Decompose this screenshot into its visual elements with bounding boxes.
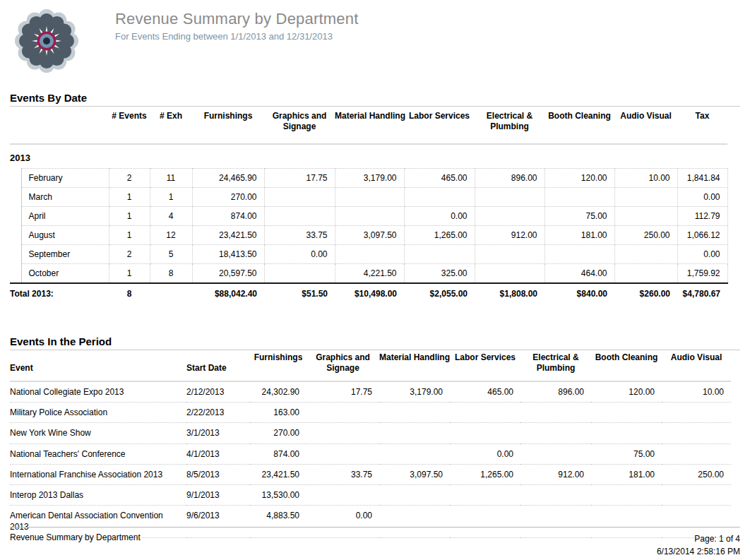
table-cell: 75.00: [544, 207, 614, 226]
column-header: Furnishings: [250, 351, 306, 381]
table-cell: 3,097.50: [379, 464, 450, 484]
table-row: October1820,597.504,221.50325.00464.001,…: [10, 264, 727, 284]
table-cell: 181.00: [591, 464, 662, 484]
table-cell: March: [21, 188, 109, 207]
table-cell: [379, 443, 450, 464]
report-subtitle: For Events Ending between 1/1/2013 and 1…: [115, 31, 359, 42]
table-cell: 250.00: [662, 464, 731, 484]
total-cell: $260.00: [614, 283, 677, 303]
table-cell: [404, 245, 475, 264]
table-cell: 163.00: [250, 403, 306, 423]
table-cell: 10.00: [614, 169, 677, 188]
table-row: March11270.000.00: [10, 188, 727, 207]
table-cell: [614, 207, 677, 226]
column-header: Electrical & Plumbing: [475, 107, 544, 144]
table-cell: 18,413.50: [192, 245, 264, 264]
table-cell: [450, 484, 520, 505]
table-cell: [450, 403, 520, 423]
table-cell: [10, 226, 21, 245]
table-cell: April: [21, 207, 109, 226]
table-cell: 13,530.00: [250, 484, 306, 505]
column-header: Labor Services: [450, 351, 520, 381]
table-cell: 20,597.50: [192, 264, 264, 284]
table-cell: [306, 443, 379, 464]
table-cell: [306, 403, 379, 423]
section-heading-events-by-date: Events By Date: [10, 92, 740, 107]
column-header: Event: [10, 351, 186, 381]
table-cell: [335, 245, 404, 264]
column-header: Booth Cleaning: [591, 351, 662, 381]
table-cell: [404, 188, 475, 207]
table-cell: [10, 245, 21, 264]
table-cell: 2/12/2013: [186, 381, 250, 403]
table-cell: 0.00: [264, 245, 335, 264]
table-cell: 3,179.00: [379, 381, 450, 403]
table-cell: 874.00: [192, 207, 264, 226]
events-in-period-table: Event Start Date Furnishings Graphics an…: [10, 351, 731, 538]
title-block: Revenue Summary by Department For Events…: [115, 8, 359, 42]
table-cell: 24,465.90: [192, 169, 264, 188]
table-cell: [379, 423, 450, 443]
table-row: September2518,413.500.000.00: [10, 245, 727, 264]
total-cell: $88,042.40: [192, 283, 264, 303]
table-cell: 3,179.00: [335, 169, 404, 188]
header-row: Event Start Date Furnishings Graphics an…: [10, 351, 731, 381]
table-cell: 120.00: [591, 381, 662, 403]
table-cell: [614, 245, 677, 264]
table-cell: 270.00: [250, 423, 306, 443]
column-header: Material Handling: [379, 351, 450, 381]
table-cell: 23,421.50: [250, 464, 306, 484]
column-header: Booth Cleaning: [544, 107, 614, 144]
table-cell: September: [21, 245, 109, 264]
column-header: Tax: [677, 107, 727, 144]
report-title: Revenue Summary by Department: [115, 10, 359, 28]
header-row: # Events # Exh Furnishings Graphics and …: [10, 107, 727, 144]
table-cell: 1,759.92: [677, 264, 727, 284]
table-cell: [306, 423, 379, 443]
table-cell: [475, 264, 544, 284]
report-page: Revenue Summary by Department For Events…: [0, 0, 750, 547]
events-in-period-header: Event Start Date Furnishings Graphics an…: [10, 351, 731, 381]
table-cell: 1,265.00: [404, 226, 475, 245]
table-cell: International Franchise Association 2013: [10, 464, 186, 484]
table-cell: [544, 188, 614, 207]
table-cell: 4,221.50: [335, 264, 404, 284]
total-cell: [150, 283, 192, 303]
table-cell: [614, 264, 677, 284]
table-row: National Teachers' Conference4/1/2013874…: [10, 443, 731, 464]
column-header: [10, 107, 21, 144]
table-cell: [475, 207, 544, 226]
table-cell: [520, 443, 591, 464]
table-cell: 4/1/2013: [186, 443, 250, 464]
table-cell: 181.00: [544, 226, 614, 245]
table-cell: 1: [109, 226, 150, 245]
events-by-date-total: Total 2013: 8 $88,042.40 $51.50 $10,498.…: [10, 283, 727, 303]
table-cell: 112.79: [677, 207, 727, 226]
column-header: # Events: [109, 107, 150, 144]
total-cell: $840.00: [544, 283, 614, 303]
events-by-date-table: # Events # Exh Furnishings Graphics and …: [10, 107, 728, 303]
table-cell: National Teachers' Conference: [10, 443, 186, 464]
table-cell: [662, 403, 731, 423]
table-cell: 1: [109, 264, 150, 284]
table-cell: 3,097.50: [335, 226, 404, 245]
column-header: Electrical & Plumbing: [520, 351, 591, 381]
table-cell: New York Wine Show: [10, 423, 186, 443]
page-number: Page: 1 of 4: [657, 532, 740, 545]
column-header: Audio Visual: [662, 351, 731, 381]
table-row: April14874.000.0075.00112.79: [10, 207, 727, 226]
table-cell: 0.00: [677, 245, 727, 264]
table-cell: [591, 423, 662, 443]
column-header: Graphics and Signage: [306, 351, 379, 381]
group-row: 2013: [10, 144, 727, 169]
table-cell: 0.00: [450, 443, 520, 464]
footer-report-name: Revenue Summary by Department: [10, 532, 141, 558]
table-cell: August: [21, 226, 109, 245]
column-header: [21, 107, 109, 144]
table-cell: Military Police Association: [10, 403, 186, 423]
column-header: # Exh: [150, 107, 192, 144]
table-cell: 2/22/2013: [186, 403, 250, 423]
table-cell: 1,265.00: [450, 464, 520, 484]
table-row: National Collegiate Expo 20132/12/201324…: [10, 381, 731, 403]
column-header: Audio Visual: [614, 107, 677, 144]
